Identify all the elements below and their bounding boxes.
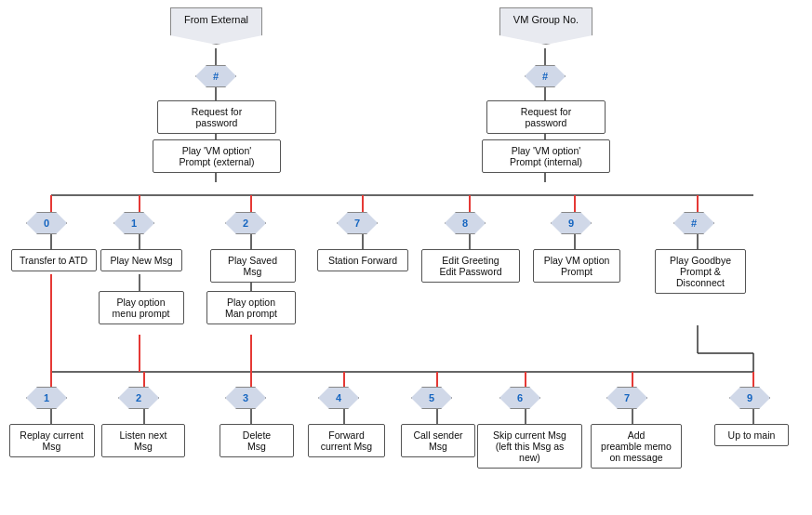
key-9-diamond: 9 [551,212,592,234]
play-new-msg-label: Play New Msg [100,249,182,271]
key-1-label: 1 [113,212,154,234]
sub-key-3-diamond: 3 [225,387,266,409]
play-option-man-prompt: Play optionMan prompt [206,291,297,324]
listen-next-msg-label: Listen nextMsg [101,424,185,457]
vm-group-label: VM Group No. [499,7,592,45]
sub-key-1-label: 1 [26,387,67,409]
req-pass-right: Request forpassword [486,100,606,134]
play-vm-external-label: Play 'VM option'Prompt (external) [153,139,281,173]
play-vm-internal-label: Play 'VM option'Prompt (internal) [482,139,610,173]
up-to-main-label: Up to main [714,424,789,446]
sub-key-7-label: 7 [606,387,647,409]
sub-key-2-label: 2 [118,387,159,409]
play-option-menu-1: Play optionmenu prompt [97,291,185,324]
transfer-atd: Transfer to ATD [9,249,98,271]
flow-diagram: From External VM Group No. # # Request f… [0,0,812,515]
call-sender-msg: Call senderMsg [400,424,476,457]
forward-msg-label: Forwardcurrent Msg [308,424,385,457]
add-preamble: Addpreamble memoon message [590,424,683,469]
sub-key-6-diamond: 6 [499,387,540,409]
call-sender-msg-label: Call senderMsg [401,424,475,457]
req-pass-right-label: Request forpassword [486,100,606,134]
edit-greeting-label: Edit GreetingEdit Password [421,249,520,283]
key-0-label: 0 [26,212,67,234]
sub-key-3-label: 3 [225,387,266,409]
play-saved-msg-label: Play Saved Msg [210,249,296,283]
sub-key-5-diamond: 5 [411,387,452,409]
station-forward-label: Station Forward [317,249,408,271]
replay-msg-label: Replay currentMsg [9,424,95,457]
sub-key-9-label: 9 [729,387,770,409]
hash-left-label: # [195,65,236,87]
skip-msg: Skip current Msg(left this Msg as new) [476,424,583,469]
replay-msg: Replay currentMsg [7,424,96,457]
req-pass-left: Request forpassword [156,100,277,134]
from-external-node: From External [163,7,270,45]
key-hash-diamond: # [673,212,714,234]
req-pass-left-label: Request forpassword [157,100,276,134]
edit-greeting: Edit GreetingEdit Password [420,249,521,283]
sub-key-4-diamond: 4 [318,387,359,409]
play-goodbye: Play GoodbyePrompt &Disconnect [654,249,747,294]
sub-key-5-label: 5 [411,387,452,409]
delete-msg: DeleteMsg [220,424,286,457]
station-forward: Station Forward [316,249,409,271]
delete-msg-label: DeleteMsg [220,424,294,457]
key-0-diamond: 0 [26,212,67,234]
key-9-label: 9 [551,212,592,234]
sub-key-2-diamond: 2 [118,387,159,409]
skip-msg-label: Skip current Msg(left this Msg as new) [477,424,582,469]
hash-right-label: # [525,65,566,87]
play-option-menu-1-label: Play optionmenu prompt [99,291,184,324]
add-preamble-label: Addpreamble memoon message [591,424,682,469]
key-7-label: 7 [337,212,378,234]
hash-left-diamond: # [195,65,236,87]
key-2-diamond: 2 [225,212,266,234]
listen-next-msg: Listen nextMsg [100,424,186,457]
sub-key-6-label: 6 [499,387,540,409]
from-external-label: From External [170,7,262,45]
forward-msg: Forwardcurrent Msg [307,424,386,457]
play-vm-option-label: Play VM optionPrompt [533,249,620,283]
key-7-diamond: 7 [337,212,378,234]
play-goodbye-label: Play GoodbyePrompt &Disconnect [655,249,746,294]
key-2-label: 2 [225,212,266,234]
play-new-msg: Play New Msg [100,249,183,271]
sub-key-4-label: 4 [318,387,359,409]
key-8-diamond: 8 [445,212,486,234]
vm-group-node: VM Group No. [490,7,602,45]
play-saved-msg: Play Saved Msg [208,249,297,283]
transfer-atd-label: Transfer to ATD [11,249,97,271]
play-vm-internal: Play 'VM option'Prompt (internal) [481,139,611,173]
sub-key-1-diamond: 1 [26,387,67,409]
play-vm-option: Play VM optionPrompt [532,249,621,283]
key-hash-label: # [673,212,714,234]
key-8-label: 8 [445,212,486,234]
sub-key-7-diamond: 7 [606,387,647,409]
hash-right-diamond: # [525,65,566,87]
play-option-man-prompt-label: Play optionMan prompt [206,291,296,324]
play-vm-external: Play 'VM option'Prompt (external) [152,139,282,173]
sub-key-9-diamond: 9 [729,387,770,409]
key-1-diamond: 1 [113,212,154,234]
up-to-main: Up to main [714,424,789,446]
